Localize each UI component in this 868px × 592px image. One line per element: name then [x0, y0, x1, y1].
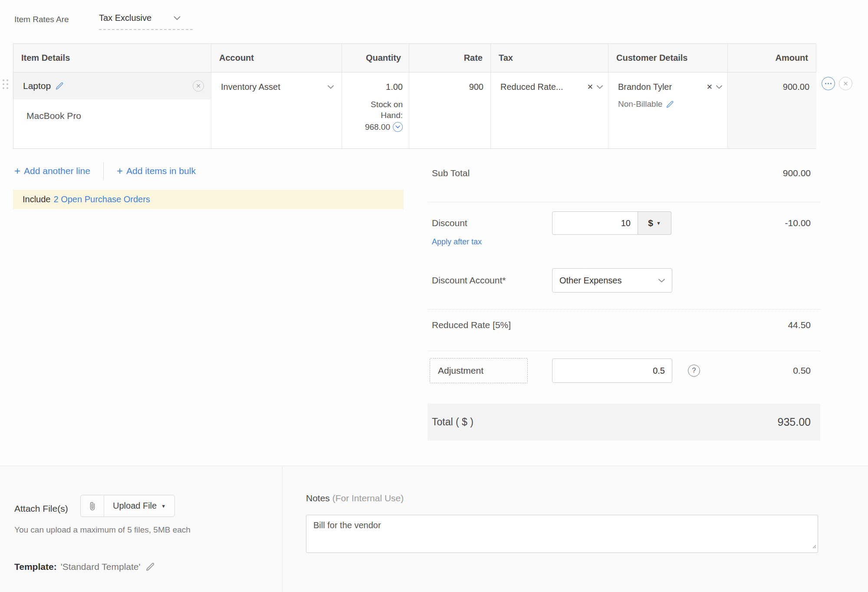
item-name: Laptop — [23, 81, 51, 91]
total-value: 935.00 — [778, 416, 811, 428]
discount-account-label: Discount Account* — [432, 268, 506, 293]
chevron-down-icon — [597, 85, 603, 89]
paperclip-icon — [81, 495, 104, 516]
chevron-down-icon — [658, 279, 665, 283]
plus-icon: + — [14, 165, 20, 177]
discount-unit-value: $ — [648, 218, 653, 228]
edit-item-icon[interactable] — [55, 82, 64, 90]
stock-on-hand: Stock on Hand: 968.00 — [359, 99, 403, 132]
sub-total-value: 900.00 — [783, 168, 811, 178]
account-value: Inventory Asset — [221, 82, 280, 92]
quantity-input[interactable]: 1.00 — [386, 82, 403, 92]
tax-mode-dropdown[interactable]: Tax Exclusive — [99, 11, 193, 30]
customer-select[interactable]: Brandon Tyler ✕ — [618, 82, 722, 92]
col-header-item-details: Item Details — [13, 44, 211, 72]
adjustment-value: 0.50 — [793, 358, 811, 383]
tax-mode-value: Tax Exclusive — [99, 13, 151, 23]
amount-value: 900.00 — [783, 82, 809, 148]
caret-down-icon: ▼ — [656, 220, 661, 226]
open-purchase-orders-link[interactable]: 2 Open Purchase Orders — [54, 194, 150, 204]
tax-total-value: 44.50 — [788, 320, 811, 330]
amount-cell: 900.00 — [728, 72, 816, 148]
quantity-cell: 1.00 Stock on Hand: 968.00 — [342, 72, 409, 148]
item-rates-are-label: Item Rates Are — [14, 15, 69, 24]
item-details-cell: Laptop ✕ MacBook Pro — [13, 72, 211, 148]
plus-icon: + — [117, 165, 123, 177]
adjustment-label-field[interactable]: Adjustment — [430, 358, 528, 383]
add-another-line-button[interactable]: + Add another line — [14, 165, 90, 177]
total-band: Total ( $ ) 935.00 — [427, 404, 820, 441]
stock-expand-icon[interactable] — [393, 122, 403, 132]
apply-after-tax-link[interactable]: Apply after tax — [432, 237, 482, 247]
include-purchase-orders-bar: Include 2 Open Purchase Orders — [13, 190, 404, 209]
chevron-down-icon — [328, 85, 334, 89]
col-header-quantity: Quantity — [342, 44, 409, 72]
chevron-down-icon — [716, 85, 722, 89]
notes-sublabel: (For Internal Use) — [332, 493, 404, 503]
col-header-customer-details: Customer Details — [608, 44, 728, 72]
sub-total-label: Sub Total — [432, 168, 470, 178]
add-items-in-bulk-button[interactable]: + Add items in bulk — [117, 165, 196, 177]
include-label: Include — [23, 194, 51, 204]
divider — [282, 466, 283, 592]
upload-file-label: Upload File — [113, 501, 157, 511]
clear-tax-icon[interactable]: ✕ — [587, 82, 593, 92]
chevron-down-icon — [174, 16, 181, 20]
discount-input[interactable] — [552, 211, 638, 235]
row-more-options-icon[interactable] — [822, 77, 835, 90]
stock-label-line2: Hand: — [359, 110, 403, 121]
item-description[interactable]: MacBook Pro — [26, 111, 81, 121]
discount-unit-dropdown[interactable]: $ ▼ — [638, 211, 671, 235]
remove-item-icon[interactable]: ✕ — [193, 80, 204, 92]
discount-label: Discount — [432, 211, 467, 235]
tax-select[interactable]: Reduced Rate... ✕ — [500, 82, 603, 92]
add-another-line-label: Add another line — [24, 166, 90, 176]
tax-cell: Reduced Rate... ✕ — [491, 72, 608, 148]
adjustment-input[interactable] — [552, 358, 672, 383]
template-label: Template: — [14, 562, 57, 572]
help-icon[interactable]: ? — [688, 365, 700, 377]
attach-files-label: Attach File(s) — [14, 503, 68, 514]
col-header-tax: Tax — [491, 44, 608, 72]
bill-form-page: Item Rates Are Tax Exclusive Item Detail… — [0, 0, 868, 592]
attach-files-hint: You can upload a maximum of 5 files, 5MB… — [14, 525, 191, 535]
line-items-table: Item Details Account Quantity Rate Tax C… — [13, 43, 816, 149]
col-header-amount: Amount — [728, 44, 816, 72]
bottom-section: Attach File(s) Upload File ▼ You can upl… — [0, 466, 868, 592]
stock-value: 968.00 — [365, 122, 390, 132]
clear-customer-icon[interactable]: ✕ — [707, 82, 713, 92]
discount-account-value: Other Expenses — [559, 276, 621, 286]
stock-label-line1: Stock on — [359, 99, 403, 110]
edit-billable-icon[interactable] — [666, 100, 674, 109]
divider — [427, 351, 820, 351]
tax-total-label: Reduced Rate [5%] — [432, 320, 511, 330]
rate-input[interactable]: 900 — [469, 82, 483, 92]
divider — [427, 202, 820, 202]
caret-down-icon: ▼ — [161, 503, 166, 509]
discount-account-select[interactable]: Other Expenses — [552, 268, 672, 293]
total-label: Total ( $ ) — [432, 416, 473, 428]
billable-status: Non-Billable — [618, 99, 662, 109]
customer-value: Brandon Tyler — [618, 82, 704, 92]
totals-panel: Sub Total 900.00 Discount $ ▼ -10.00 App… — [427, 163, 820, 441]
row-drag-handle[interactable] — [3, 79, 8, 89]
row-delete-icon[interactable]: ✕ — [839, 77, 852, 90]
account-select[interactable]: Inventory Asset — [221, 82, 334, 92]
col-header-rate: Rate — [409, 44, 491, 72]
notes-textarea[interactable]: Bill for the vendor — [306, 515, 818, 553]
add-items-in-bulk-label: Add items in bulk — [126, 166, 196, 176]
col-header-account: Account — [211, 44, 342, 72]
tax-value: Reduced Rate... — [500, 82, 585, 92]
upload-file-button[interactable]: Upload File ▼ — [80, 495, 175, 517]
discount-value: -10.00 — [785, 211, 811, 235]
customer-details-cell: Brandon Tyler ✕ Non-Billable — [608, 72, 728, 148]
rate-cell: 900 — [409, 72, 491, 148]
item-name-field[interactable]: Laptop ✕ — [13, 72, 211, 99]
template-value: 'Standard Template' — [61, 562, 141, 572]
edit-template-icon[interactable] — [145, 562, 155, 572]
account-cell: Inventory Asset — [211, 72, 342, 148]
divider — [427, 309, 820, 309]
notes-label: Notes — [306, 493, 330, 503]
divider — [103, 162, 104, 180]
